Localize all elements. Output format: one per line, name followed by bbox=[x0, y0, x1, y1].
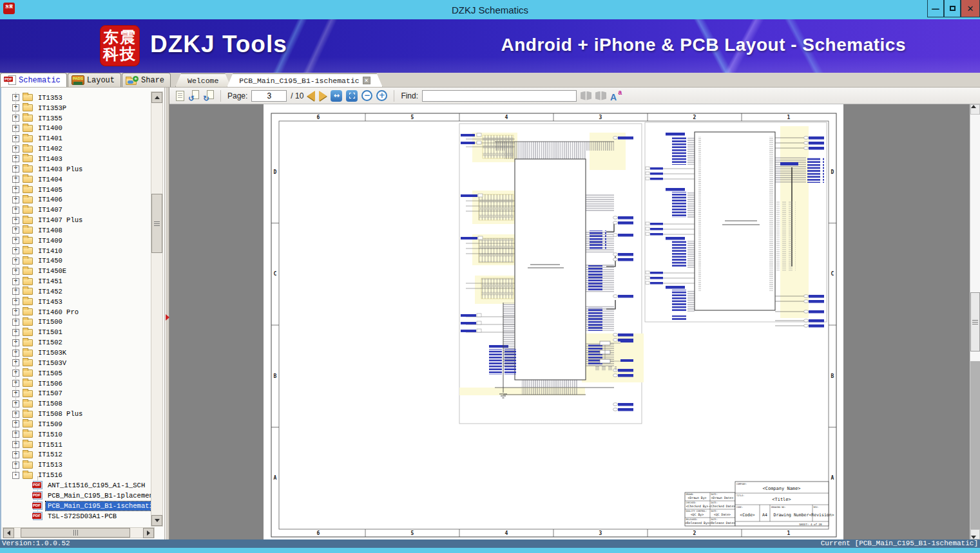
tree-horizontal-scrollbar[interactable] bbox=[3, 527, 155, 538]
tree-scrollbar-thumb[interactable] bbox=[151, 194, 162, 253]
brand-logo-line2: 科技 bbox=[103, 46, 137, 62]
window-title: DZKJ Schematics bbox=[0, 5, 980, 15]
tree-hscrollbar-thumb[interactable] bbox=[21, 528, 130, 538]
tree-item[interactable]: +IT1406 bbox=[1, 194, 151, 205]
page-label: Page: bbox=[227, 91, 247, 100]
tree-item-label: IT1508 Plus bbox=[36, 409, 84, 418]
tree-vertical-scrollbar[interactable] bbox=[151, 91, 163, 527]
svg-text:<Drawn By>: <Drawn By> bbox=[688, 496, 707, 500]
tab-schematic[interactable]: PDF Schematic bbox=[0, 73, 67, 87]
tree-item[interactable]: +IT1452 bbox=[1, 286, 151, 297]
tree-item[interactable]: +IT1506 bbox=[1, 379, 151, 389]
tree-item[interactable]: +IT1401 bbox=[1, 133, 151, 144]
tree-item[interactable]: +IT1510 bbox=[1, 429, 151, 440]
tree-item[interactable]: +IT1403 bbox=[1, 154, 151, 164]
scroll-up-icon[interactable] bbox=[151, 92, 162, 103]
brand-name: DZKJ Tools bbox=[150, 31, 287, 58]
find-previous-icon[interactable] bbox=[581, 91, 591, 100]
rotate-right-icon[interactable]: ↻ bbox=[203, 90, 214, 101]
tree-item[interactable]: +IT1403 Plus bbox=[1, 164, 151, 174]
tree-item[interactable]: +IT1508 Plus bbox=[1, 409, 151, 419]
tree-item[interactable]: +IT1508 bbox=[1, 398, 151, 409]
scroll-left-icon[interactable] bbox=[3, 528, 14, 538]
fit-page-icon[interactable] bbox=[346, 90, 358, 102]
find-next-icon[interactable] bbox=[595, 91, 606, 100]
tree-item-label: IT1401 bbox=[36, 134, 64, 143]
tree-item-label: TSL-S72SD03A1-PCB bbox=[46, 512, 119, 521]
tree-item[interactable]: +IT1408 bbox=[1, 225, 151, 236]
match-case-icon[interactable]: Aa bbox=[610, 90, 622, 102]
doc-scroll-down-icon[interactable] bbox=[970, 529, 980, 539]
close-button[interactable]: ✕ bbox=[961, 0, 980, 17]
rotate-left-icon[interactable]: ↺ bbox=[188, 90, 199, 101]
tree-item[interactable]: +IT1503V bbox=[1, 358, 151, 368]
zoom-out-icon[interactable]: − bbox=[361, 90, 372, 101]
tree-item[interactable]: +IT1511 bbox=[1, 440, 151, 450]
tree-item[interactable]: +IT1405 bbox=[1, 185, 151, 195]
doc-scroll-up-icon[interactable] bbox=[970, 104, 980, 115]
tree-item[interactable]: +IT1409 bbox=[1, 236, 151, 246]
tree-item[interactable]: +IT1450 bbox=[1, 256, 151, 267]
tree-item[interactable]: PDFANT_it1516_C195_A1-1_SCH bbox=[1, 480, 151, 491]
minimize-button[interactable]: — bbox=[927, 0, 944, 17]
panel-splitter[interactable] bbox=[165, 88, 169, 539]
tree-item[interactable]: +IT1501 bbox=[1, 327, 151, 337]
main-area: +IT1353+IT1353P+IT1355+IT1400+IT1401+IT1… bbox=[0, 88, 980, 539]
tree-item[interactable]: +IT1353 bbox=[1, 93, 151, 103]
tree-item[interactable]: +IT1407 bbox=[1, 205, 151, 215]
svg-text:DATE:: DATE: bbox=[711, 510, 718, 512]
tab-document[interactable]: PCB_Main_C195_B1-1schematic × bbox=[227, 73, 382, 87]
scroll-down-icon[interactable] bbox=[151, 515, 162, 526]
svg-text:COMPANY:: COMPANY: bbox=[736, 483, 747, 485]
zoom-in-icon[interactable]: + bbox=[376, 90, 387, 101]
fit-width-icon[interactable]: ↔ bbox=[331, 90, 342, 102]
tree-item[interactable]: PDFPCB_Main_C195_B1-1placement bbox=[1, 491, 151, 501]
schematic-canvas[interactable]: 6 5 4 3 2 1 6 5 4 3 2 1 D bbox=[169, 104, 970, 539]
previous-page-icon[interactable] bbox=[307, 91, 315, 101]
tree-item[interactable]: +IT1404 bbox=[1, 174, 151, 185]
next-page-icon[interactable] bbox=[319, 91, 327, 101]
doc-scrollbar-thumb[interactable] bbox=[970, 292, 980, 351]
maximize-button[interactable] bbox=[944, 0, 961, 17]
tree-item[interactable]: +IT1503K bbox=[1, 348, 151, 358]
tree-item[interactable]: PDFTSL-S72SD03A1-PCB bbox=[1, 511, 151, 521]
tree-item[interactable]: +IT1451 bbox=[1, 276, 151, 286]
tree-item[interactable]: +IT1407 Plus bbox=[1, 215, 151, 225]
tree-item[interactable]: +IT1353P bbox=[1, 103, 151, 113]
svg-text:DATE:: DATE: bbox=[711, 501, 718, 504]
tab-share[interactable]: + Share bbox=[122, 73, 171, 87]
single-page-icon[interactable] bbox=[176, 91, 184, 101]
svg-text:A: A bbox=[831, 475, 834, 481]
folder-icon bbox=[23, 451, 33, 458]
tree-item[interactable]: +IT1410 bbox=[1, 246, 151, 256]
find-input[interactable] bbox=[422, 90, 577, 102]
tree-item[interactable]: +IT1512 bbox=[1, 450, 151, 460]
tree-item[interactable]: +IT1502 bbox=[1, 337, 151, 348]
titlebar: 东震 DZKJ Schematics — ✕ bbox=[0, 0, 980, 19]
folder-icon bbox=[23, 390, 33, 397]
tree-item[interactable]: +IT1505 bbox=[1, 368, 151, 379]
tab-welcome[interactable]: Welcome bbox=[175, 73, 231, 87]
tree-item[interactable]: +IT1450E bbox=[1, 266, 151, 276]
folder-icon bbox=[23, 135, 33, 142]
tab-close-icon[interactable]: × bbox=[363, 77, 370, 84]
tree-item[interactable]: +IT1507 bbox=[1, 388, 151, 398]
tree-item[interactable]: +IT1355 bbox=[1, 113, 151, 124]
tab-layout[interactable]: PADS Layout bbox=[68, 73, 121, 87]
tree-item[interactable]: +IT1509 bbox=[1, 419, 151, 429]
tree-item-label: IT1405 bbox=[36, 185, 64, 194]
tree-item[interactable]: PDFPCB_Main_C195_B1-1schematic bbox=[1, 501, 151, 511]
scroll-right-icon[interactable] bbox=[143, 528, 154, 538]
tree-item[interactable]: +IT1460 Pro bbox=[1, 307, 151, 317]
tree-item[interactable]: +IT1400 bbox=[1, 124, 151, 134]
tree-item[interactable]: -IT1516 bbox=[1, 470, 151, 480]
tree-item-label: IT1450E bbox=[36, 267, 68, 276]
tree-item[interactable]: +IT1453 bbox=[1, 297, 151, 307]
tree-item[interactable]: +IT1500 bbox=[1, 317, 151, 328]
page-number-input[interactable] bbox=[251, 90, 287, 102]
tree-item-label: IT1503V bbox=[36, 359, 68, 368]
document-vertical-scrollbar[interactable] bbox=[970, 104, 980, 539]
tree-item[interactable]: +IT1513 bbox=[1, 460, 151, 470]
tree-item[interactable]: +IT1402 bbox=[1, 144, 151, 154]
document-viewport[interactable]: 6 5 4 3 2 1 6 5 4 3 2 1 D bbox=[169, 104, 980, 539]
